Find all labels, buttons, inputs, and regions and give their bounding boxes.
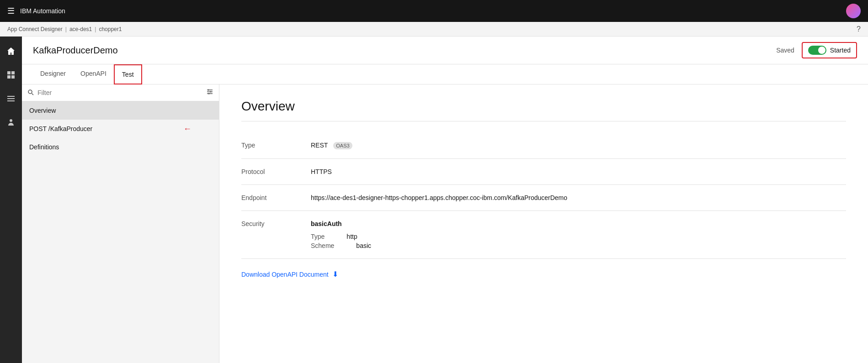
svg-point-13	[208, 89, 209, 91]
svg-rect-3	[11, 75, 15, 79]
content-area: KafkaProducerDemo Saved Started Designer…	[22, 37, 868, 363]
security-scheme-value: basic	[356, 242, 371, 249]
svg-rect-0	[7, 71, 11, 74]
tab-designer[interactable]: Designer	[33, 64, 73, 84]
help-icon[interactable]: ?	[857, 25, 861, 33]
filter-sliders-icon[interactable]	[206, 88, 213, 97]
security-type-key: Type	[311, 233, 325, 240]
svg-point-15	[208, 93, 210, 95]
top-nav: ☰ IBM Automation	[0, 0, 868, 22]
svg-rect-5	[7, 98, 15, 99]
filter-search-icon	[27, 89, 34, 97]
oas3-badge: OAS3	[333, 142, 352, 149]
nav-item-overview-label: Overview	[29, 107, 56, 114]
download-icon: ⬇	[332, 270, 338, 279]
breadcrumb-ace-des1[interactable]: ace-des1	[69, 26, 92, 32]
started-toggle-container[interactable]: Started	[802, 42, 857, 58]
breadcrumb-app-connect[interactable]: App Connect Designer	[7, 26, 63, 32]
svg-rect-2	[7, 75, 11, 79]
detail-row-type: Type REST OAS3	[241, 132, 846, 159]
toggle-label: Started	[830, 47, 851, 54]
overview-title: Overview	[241, 99, 846, 121]
security-title: basicAuth	[311, 220, 846, 227]
sidebar-icons	[0, 37, 22, 363]
svg-rect-4	[7, 96, 15, 97]
nav-item-post-kafka-label: POST /KafkaProducer	[29, 125, 92, 132]
two-panel: Overview POST /KafkaProducer ← Definitio…	[22, 84, 868, 363]
app-title: IBM Automation	[20, 7, 65, 15]
nav-item-post-kafka[interactable]: POST /KafkaProducer ←	[22, 120, 219, 138]
nav-list: Overview POST /KafkaProducer ← Definitio…	[22, 101, 219, 363]
detail-row-protocol: Protocol HTTPS	[241, 159, 846, 185]
rest-badge: REST	[311, 142, 328, 149]
security-scheme-row: Scheme basic	[311, 242, 846, 249]
sidebar-grid-icon[interactable]	[0, 64, 22, 86]
api-title: KafkaProducerDemo	[33, 45, 118, 61]
nav-item-definitions[interactable]: Definitions	[22, 138, 219, 156]
saved-status: Saved	[776, 47, 794, 54]
avatar[interactable]	[846, 4, 861, 18]
tab-test[interactable]: Test	[114, 64, 142, 84]
type-value: REST OAS3	[311, 142, 846, 149]
api-title-right: Saved Started	[776, 42, 857, 64]
breadcrumb-sep-2: |	[95, 26, 96, 32]
detail-row-endpoint: Endpoint https://ace-des1-designer-https…	[241, 185, 846, 211]
endpoint-value: https://ace-des1-designer-https-chopper1…	[311, 194, 846, 201]
filter-input[interactable]	[37, 89, 202, 96]
toggle-thumb	[818, 47, 825, 54]
right-panel: Overview Type REST OAS3 Protocol HTTPS	[219, 84, 868, 363]
type-label: Type	[241, 142, 296, 149]
breadcrumb-sep-1: |	[65, 26, 67, 32]
protocol-value: HTTPS	[311, 168, 846, 175]
nav-item-overview[interactable]: Overview	[22, 101, 219, 120]
svg-point-8	[28, 90, 32, 94]
post-kafka-arrow: ←	[183, 124, 192, 134]
breadcrumb-chopper1[interactable]: chopper1	[99, 26, 122, 32]
nav-item-definitions-label: Definitions	[29, 143, 59, 151]
filter-bar	[22, 84, 219, 101]
toggle-track[interactable]	[808, 46, 826, 55]
top-nav-right	[846, 4, 861, 18]
security-label: Security	[241, 220, 296, 227]
sidebar-person-icon[interactable]	[0, 111, 22, 133]
tab-openapi[interactable]: OpenAPI	[73, 64, 114, 84]
download-openapi-link[interactable]: Download OpenAPI Document ⬇	[241, 259, 846, 289]
svg-rect-1	[11, 71, 15, 74]
left-panel: Overview POST /KafkaProducer ← Definitio…	[22, 84, 219, 363]
security-type-value: http	[346, 233, 357, 240]
main-layout: KafkaProducerDemo Saved Started Designer…	[0, 37, 868, 363]
sidebar-home-icon[interactable]	[0, 40, 22, 62]
security-type-row: Type http	[311, 233, 846, 240]
download-link-text: Download OpenAPI Document	[241, 271, 329, 278]
svg-point-14	[210, 91, 212, 93]
detail-row-security: Security basicAuth Type http Scheme basi…	[241, 211, 846, 259]
svg-line-9	[32, 93, 34, 95]
sidebar-list-icon[interactable]	[0, 88, 22, 110]
top-nav-left: ☰ IBM Automation	[7, 6, 65, 16]
api-title-bar: KafkaProducerDemo Saved Started	[22, 37, 868, 64]
svg-rect-6	[7, 100, 15, 101]
protocol-label: Protocol	[241, 168, 296, 175]
security-scheme-key: Scheme	[311, 242, 334, 249]
security-block: basicAuth Type http Scheme basic	[311, 220, 846, 249]
breadcrumb-bar: App Connect Designer | ace-des1 | choppe…	[0, 22, 868, 37]
svg-point-7	[10, 119, 12, 122]
hamburger-icon[interactable]: ☰	[7, 6, 15, 16]
tabs-bar: Designer OpenAPI Test	[22, 64, 868, 84]
security-value: basicAuth Type http Scheme basic	[311, 220, 846, 249]
endpoint-label: Endpoint	[241, 194, 296, 201]
